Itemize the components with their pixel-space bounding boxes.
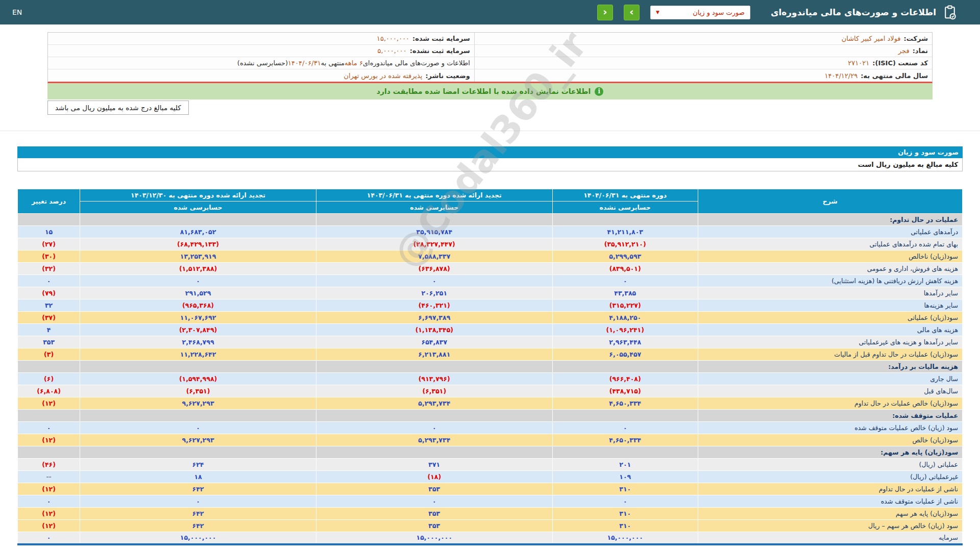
next-statement-button[interactable]: › bbox=[624, 5, 640, 20]
table-row: هزینه کاهش ارزش دریافتنی ها (هزینه استثن… bbox=[18, 275, 963, 287]
company-info-row: نماد: فجر سرمایه ثبت نشده: ۵,۰۰۰,۰۰۰ bbox=[48, 45, 932, 57]
value-restated-6m: ۵,۲۹۳,۷۳۴ bbox=[316, 397, 552, 410]
value-restated-year: ۱۱,۰۶۷,۶۹۲ bbox=[80, 312, 316, 324]
row-label: سود (زیان) خالص عملیات متوقف شده bbox=[698, 422, 962, 434]
value-change-percent: (۳۷) bbox=[18, 312, 80, 324]
company-name: فولاد امیر کبیر کاشان bbox=[842, 35, 901, 42]
prev-statement-button[interactable]: ‹ bbox=[597, 5, 613, 20]
value-current-period bbox=[552, 361, 698, 373]
value-restated-year: ۶۴۲ bbox=[80, 520, 316, 532]
value-change-percent: ۰ bbox=[18, 275, 80, 287]
value-current-period: (۴۳۸,۷۱۵) bbox=[552, 385, 698, 397]
value-restated-6m: (۱۸) bbox=[316, 471, 552, 483]
unit-note-line: کلیه مبالغ درج شده به میلیون ریال می باش… bbox=[47, 101, 933, 115]
col-header-description: شرح bbox=[698, 189, 962, 214]
company-label: شرکت: bbox=[904, 35, 928, 42]
row-label: هزینه مالیات بر درآمد: bbox=[698, 361, 962, 373]
value-change-percent: ۰ bbox=[18, 495, 80, 508]
statement-select-dropdown[interactable]: صورت سود و زیان ▼ bbox=[650, 6, 750, 19]
isic-label: کد صنعت (ISIC): bbox=[872, 59, 928, 67]
row-label: سود(زیان) خالص bbox=[698, 434, 962, 446]
row-label: عملیات متوقف شده: bbox=[698, 410, 962, 422]
value-current-period: ۰ bbox=[552, 495, 698, 508]
value-current-period: ۰ bbox=[552, 275, 698, 287]
value-restated-6m: ۶,۲۱۳,۸۸۱ bbox=[316, 348, 552, 361]
report-period-date: ۱۴۰۴/۰۶/۳۱ bbox=[288, 59, 321, 67]
value-restated-year bbox=[80, 446, 316, 459]
value-current-period: ۴,۶۵۰,۳۳۴ bbox=[552, 434, 698, 446]
table-row: ناشی از عملیات متوقف شده ۰ ۰ ۰ ۰ bbox=[18, 495, 963, 508]
value-restated-6m bbox=[316, 446, 552, 459]
value-change-percent: (۶,۸۰۸) bbox=[18, 385, 80, 397]
value-restated-year: ۱۳,۲۵۳,۹۱۹ bbox=[80, 251, 316, 263]
value-current-period: ۴۱,۲۱۱,۸۰۳ bbox=[552, 226, 698, 238]
page-title: اطلاعات و صورت‌های مالی میاندوره‌ای bbox=[771, 7, 936, 17]
value-restated-6m: ۶۵۴,۸۳۷ bbox=[316, 336, 552, 348]
table-row: هزینه های مالی (۱,۰۹۶,۲۴۱) (۱,۱۳۸,۳۴۵) (… bbox=[18, 324, 963, 336]
row-label: سایر هزینه‌ها bbox=[698, 299, 962, 312]
table-row: سایر درآمدها ۴۳,۳۸۵ ۲۰۶,۲۵۱ ۲۹۱,۵۲۹ (۷۹) bbox=[18, 287, 963, 299]
table-row: غیرعملیاتی (ریال) ۱۰۹ (۱۸) ۱۸ -- bbox=[18, 471, 963, 483]
report-period-text: اطلاعات و صورت‌های مالی میاندوره‌ای bbox=[363, 59, 470, 67]
registered-capital-label: سرمایه ثبت شده: bbox=[412, 35, 470, 42]
row-label: سایر درآمدها و هزینه های غیرعملیاتی bbox=[698, 336, 962, 348]
value-restated-6m: ۳۵۳ bbox=[316, 520, 552, 532]
company-info-row: شرکت: فولاد امیر کبیر کاشان سرمایه ثبت ش… bbox=[48, 33, 932, 45]
value-restated-year: ۶۲۴ bbox=[80, 459, 316, 471]
income-statement-table: شرح دوره منتهی به ۱۴۰۴/۰۶/۳۱ تجدید ارائه… bbox=[17, 189, 963, 545]
table-row: سود(زیان) عملیاتی ۴,۱۸۸,۲۵۰ ۶,۶۹۷,۳۸۹ ۱۱… bbox=[18, 312, 963, 324]
value-restated-6m: ۷,۵۸۸,۳۳۷ bbox=[316, 251, 552, 263]
value-restated-6m: (۴۶۰,۳۲۱) bbox=[316, 299, 552, 312]
value-restated-6m bbox=[316, 410, 552, 422]
value-restated-year: ۸۱,۶۸۳,۰۵۲ bbox=[80, 226, 316, 238]
value-change-percent: ۳۲ bbox=[18, 299, 80, 312]
row-label: عملیات در حال تداوم: bbox=[698, 214, 962, 226]
value-change-percent bbox=[18, 410, 80, 422]
table-row: سود (زیان) خالص هر سهم – ریال ۳۱۰ ۳۵۳ ۶۴… bbox=[18, 520, 963, 532]
value-restated-year: ۲۹۱,۵۲۹ bbox=[80, 287, 316, 299]
value-restated-6m: (۲۸,۳۲۷,۴۴۷) bbox=[316, 238, 552, 251]
row-label: سرمایه bbox=[698, 532, 962, 544]
value-current-period: ۱۰۹ bbox=[552, 471, 698, 483]
value-current-period: ۶,۰۵۵,۴۵۷ bbox=[552, 348, 698, 361]
value-change-percent: ۱۵ bbox=[18, 226, 80, 238]
value-change-percent bbox=[18, 214, 80, 226]
table-row: ناشی از عملیات در حال تداوم ۳۱۰ ۳۵۳ ۶۴۲ … bbox=[18, 483, 963, 495]
value-restated-6m: ۲۰۶,۲۵۱ bbox=[316, 287, 552, 299]
table-row: سایر هزینه‌ها (۳۱۵,۲۲۷) (۴۶۰,۳۲۱) (۹۶۵,۳… bbox=[18, 299, 963, 312]
language-toggle-en[interactable]: EN bbox=[12, 0, 22, 24]
value-restated-year: (۹۶۵,۳۶۸) bbox=[80, 299, 316, 312]
row-label: سود(زیان) عملیاتی bbox=[698, 312, 962, 324]
row-label: سود(زیان) پایه هر سهم: bbox=[698, 446, 962, 459]
value-change-percent: ۰ bbox=[18, 422, 80, 434]
row-label: سود(زیان) پایه هر سهم bbox=[698, 508, 962, 520]
row-label: سود(زیان) خالص عملیات در حال تداوم bbox=[698, 397, 962, 410]
value-restated-year: (۱,۵۱۲,۳۸۸) bbox=[80, 263, 316, 275]
table-row: سایر درآمدها و هزینه های غیرعملیاتی ۲,۹۶… bbox=[18, 336, 963, 348]
value-change-percent bbox=[18, 446, 80, 459]
row-label: غیرعملیاتی (ریال) bbox=[698, 471, 962, 483]
value-change-percent: ۰ bbox=[18, 532, 80, 544]
value-restated-year: ۶۴۲ bbox=[80, 508, 316, 520]
value-restated-year bbox=[80, 214, 316, 226]
value-change-percent: (۴۶) bbox=[18, 459, 80, 471]
value-change-percent: (۳۰) bbox=[18, 251, 80, 263]
col-subheader-unaudited: حسابرسی نشده bbox=[552, 202, 698, 214]
value-restated-6m: ۳۵۳ bbox=[316, 508, 552, 520]
table-row: سرمایه ۱۵,۰۰۰,۰۰۰ ۱۵,۰۰۰,۰۰۰ ۱۵,۰۰۰,۰۰۰ … bbox=[18, 532, 963, 544]
row-label: درآمدهای عملیاتی bbox=[698, 226, 962, 238]
value-restated-6m: ۰ bbox=[316, 275, 552, 287]
value-restated-year: ۲,۴۶۸,۷۹۹ bbox=[80, 336, 316, 348]
registered-capital-value: ۱۵,۰۰۰,۰۰۰ bbox=[377, 35, 409, 42]
table-row: سود (زیان) خالص عملیات متوقف شده ۰ ۰ ۰ ۰ bbox=[18, 422, 963, 434]
table-row: بهای تمام شده درآمدهای عملیاتی (۳۵,۹۱۲,۲… bbox=[18, 238, 963, 251]
value-change-percent: (۱۲) bbox=[18, 520, 80, 532]
row-label: سود(زیان) ناخالص bbox=[698, 251, 962, 263]
value-current-period: (۳۱۵,۲۲۷) bbox=[552, 299, 698, 312]
table-row: هزینه های فروش، اداری و عمومی (۸۳۹,۵۰۱) … bbox=[18, 263, 963, 275]
row-label: هزینه کاهش ارزش دریافتنی ها (هزینه استثن… bbox=[698, 275, 962, 287]
value-restated-6m: ۳۵۳ bbox=[316, 483, 552, 495]
value-current-period: ۰ bbox=[552, 422, 698, 434]
value-current-period: (۱,۰۹۶,۲۴۱) bbox=[552, 324, 698, 336]
report-period-text: منتهی به bbox=[321, 59, 345, 67]
